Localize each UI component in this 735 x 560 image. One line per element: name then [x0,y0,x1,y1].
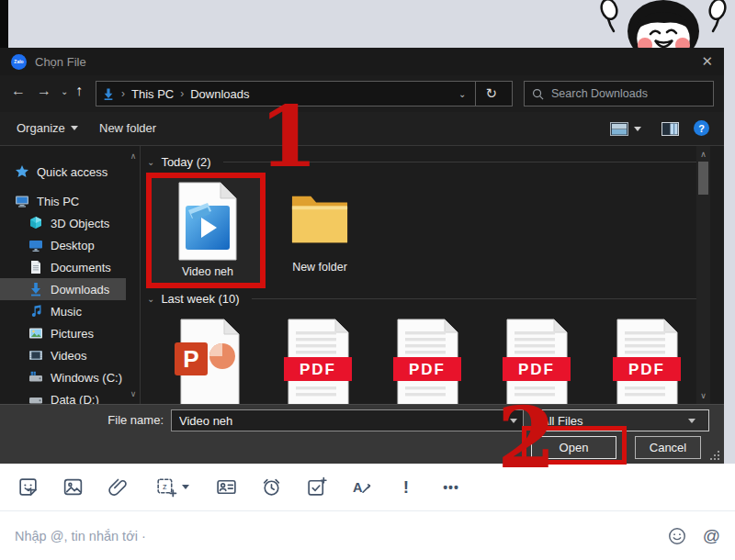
cube-icon [28,216,43,230]
file-pdf[interactable]: PDF [393,319,461,404]
sidebar-item-this-pc[interactable]: This PC [0,190,126,212]
svg-text:P: P [183,345,198,373]
up-icon[interactable]: ↑ [75,83,83,99]
sidebar-item-videos[interactable]: Videos [0,344,126,366]
resize-grip[interactable] [709,450,719,460]
screenshot-button[interactable]: z [146,471,198,504]
attachment-button[interactable] [101,471,134,504]
forward-icon[interactable]: → [37,83,51,99]
film-icon [28,348,43,363]
sidebar-item-label: Documents [51,261,111,274]
chat-toolbar: z A ! ••• [0,464,735,510]
desktop-icon [28,238,43,252]
back-icon[interactable]: ← [11,83,26,99]
preview-pane-icon [662,122,679,136]
screen: Zalo Chọn File ✕ ← → ⌄ ↑ › This PC › Dow… [0,0,735,560]
image-icon [62,476,85,498]
group-header-last-week[interactable]: ⌄ Last week (10) [147,290,705,307]
contact-card-button[interactable] [209,471,243,504]
file-name-combobox[interactable] [171,409,524,431]
scroll-down-icon[interactable]: ∨ [127,387,140,400]
checkbox-plus-icon [305,476,328,498]
group-label: Today (2) [161,155,210,169]
sidebar-item-label: Videos [51,349,87,363]
priority-button[interactable]: ! [390,471,423,504]
new-folder-label: New folder [99,121,156,135]
format-text-button[interactable]: A [345,471,378,504]
more-options-button[interactable]: ••• [435,471,468,504]
sidebar-item-desktop[interactable]: Desktop [0,234,126,256]
search-icon [532,88,544,100]
sidebar-item-3d-objects[interactable]: 3D Objects [0,212,126,234]
mention-icon[interactable]: @ [703,526,720,546]
scroll-up-icon[interactable]: ∧ [127,150,140,162]
close-icon[interactable]: ✕ [701,53,713,70]
file-name-input[interactable] [172,414,510,428]
folder-new-folder[interactable]: New folder [277,174,362,287]
file-powerpoint[interactable]: P [175,319,243,404]
group-header-today[interactable]: ⌄ Today (2) [147,153,705,170]
message-input[interactable] [15,529,667,543]
view-thumbnails-button[interactable] [610,122,641,136]
thumbnail-view-icon [610,122,628,136]
sidebar-item-pictures[interactable]: Pictures [0,322,126,344]
chat-input-row: @ [0,510,735,560]
dialog-toolbar: Organize New folder ? [0,112,724,146]
svg-text:A: A [353,480,363,495]
sidebar-item-label: Desktop [51,239,95,252]
help-button[interactable]: ? [694,120,709,136]
organize-button[interactable]: Organize [17,121,78,135]
annotation-box-video-file [146,173,266,288]
svg-text:PDF: PDF [628,361,665,378]
chevron-down-icon [688,419,695,423]
search-input[interactable] [551,87,706,100]
scroll-up-icon[interactable]: ∧ [696,148,710,161]
sidebar-item-label: This PC [37,195,79,208]
sidebar-item-documents[interactable]: Documents [0,256,126,278]
refresh-icon[interactable]: ↻ [476,85,506,102]
scrollbar-thumb[interactable] [698,162,708,195]
sidebar-item-label: Quick access [37,165,107,179]
file-pdf[interactable]: PDF [284,319,352,404]
dialog-title: Chọn File [35,55,86,69]
svg-text:PDF: PDF [409,361,446,378]
sidebar-item-downloads[interactable]: Downloads [0,278,126,300]
chevron-down-icon [182,485,189,489]
sidebar-item-label: Data (D:) [51,393,99,405]
document-icon [28,260,43,274]
navigation-pane: ∧ Quick access This PC 3D Objects Deskto… [0,146,141,404]
group-label: Last week (10) [161,292,239,306]
sidebar-item-music[interactable]: Music [0,300,126,322]
emoji-icon[interactable] [667,526,687,546]
pdf-file-icon: PDF [284,319,352,404]
breadcrumb-separator: › [121,87,125,100]
recent-locations-icon[interactable]: ⌄ [61,86,68,96]
address-dropdown-icon[interactable]: ⌄ [458,89,466,99]
breadcrumb-this-pc[interactable]: This PC [131,87,174,101]
new-folder-button[interactable]: New folder [99,121,156,135]
navigation-bar: ← → ⌄ ↑ › This PC › Downloads ⌄ ↻ [0,75,724,112]
sidebar-item-label: Music [51,305,82,319]
file-name-label: File name: [0,413,164,427]
sticker-button[interactable] [11,471,44,504]
powerpoint-file-icon: P [175,319,243,404]
ellipsis-icon: ••• [443,480,459,495]
sidebar-item-windows-c[interactable]: Windows (C:) [0,366,126,388]
cancel-button[interactable]: Cancel [635,436,701,459]
image-button[interactable] [56,471,89,504]
reminder-button[interactable] [254,471,288,504]
chevron-down-icon: ⌄ [147,157,154,167]
picture-icon [28,326,43,341]
sidebar-item-quick-access[interactable]: Quick access [0,161,126,183]
file-pdf[interactable]: PDF [613,319,681,404]
sidebar-item-label: Downloads [51,283,109,297]
todo-button[interactable] [300,471,333,504]
drive-icon [28,392,43,404]
sticker-image [599,0,728,48]
sidebar-item-data-d[interactable]: Data (D:) [0,388,126,404]
preview-pane-button[interactable] [662,122,679,136]
scrollbar[interactable]: ∧ ∨ [696,146,710,404]
file-label: New folder [292,261,347,274]
scroll-down-icon[interactable]: ∨ [696,389,710,402]
breadcrumb-downloads[interactable]: Downloads [190,87,249,101]
